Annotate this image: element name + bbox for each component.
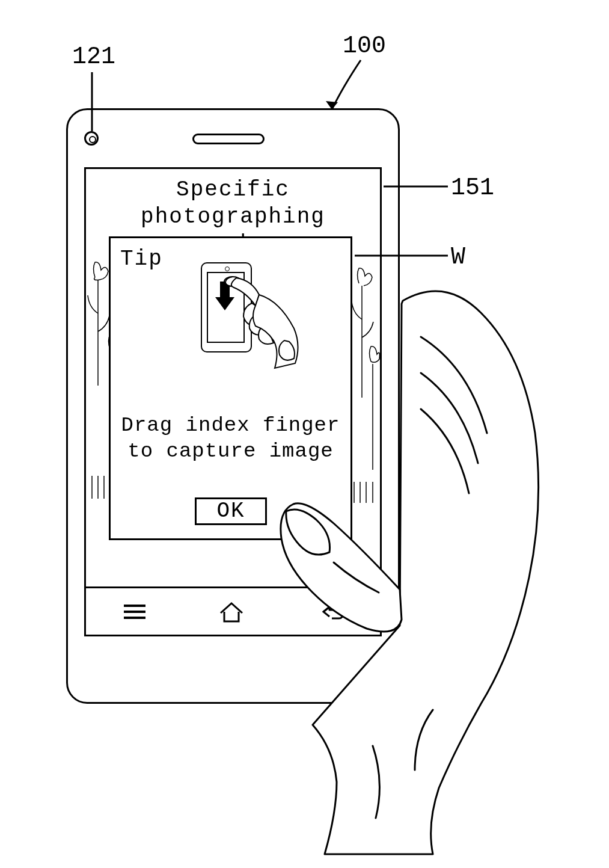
mini-finger-icon xyxy=(222,274,306,365)
tip-popup: Tip xyxy=(109,236,352,540)
callout-display-label: 151 xyxy=(451,174,494,202)
phone-screen[interactable]: Specific photographing mode Tip xyxy=(84,167,382,636)
ok-button[interactable]: OK xyxy=(195,497,267,525)
callout-window-label: W xyxy=(451,244,465,271)
menu-icon[interactable] xyxy=(120,601,149,623)
patent-figure: 121 100 151 W xyxy=(0,0,609,868)
tip-illustration xyxy=(189,256,309,389)
home-icon[interactable] xyxy=(217,600,246,624)
nav-bar xyxy=(86,586,380,635)
back-icon[interactable] xyxy=(314,600,346,624)
front-camera xyxy=(84,131,99,146)
tip-instruction-line2: to capture image xyxy=(127,440,333,463)
tip-header: Tip xyxy=(120,247,163,271)
callout-device-label: 100 xyxy=(343,32,386,60)
callout-camera-label: 121 xyxy=(72,43,115,70)
mode-title-line1: Specific photographing xyxy=(141,177,325,229)
tip-instruction-line1: Drag index finger xyxy=(121,414,340,437)
tip-instruction: Drag index finger to capture image xyxy=(111,413,350,464)
earpiece-speaker xyxy=(192,134,265,144)
